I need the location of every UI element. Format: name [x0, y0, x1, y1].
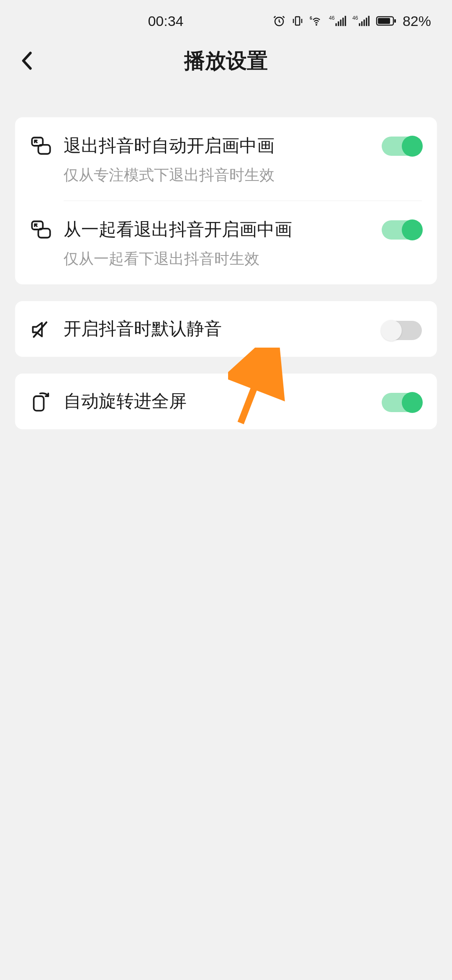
- svg-text:46: 46: [329, 15, 335, 21]
- setting-title: 开启抖音时默认静音: [64, 317, 370, 341]
- svg-rect-17: [378, 18, 390, 24]
- signal-2-icon: 46: [352, 15, 370, 27]
- setting-subtitle: 仅从一起看下退出抖音时生效: [64, 248, 370, 269]
- setting-title: 自动旋转进全屏: [64, 389, 370, 413]
- status-time: 00:34: [21, 13, 273, 29]
- header: 播放设置: [0, 38, 452, 84]
- settings-group-pip: 退出抖音时自动开启画中画 仅从专注模式下退出抖音时生效 从一起看退出抖音开启画中…: [15, 117, 437, 284]
- toggle-auto-rotate[interactable]: [382, 393, 422, 412]
- pip-icon: [30, 219, 52, 240]
- toggle-watch-together-pip[interactable]: [382, 220, 422, 240]
- alarm-icon: [273, 15, 285, 27]
- svg-rect-18: [394, 19, 396, 23]
- chevron-left-icon: [20, 51, 35, 70]
- svg-rect-12: [361, 21, 362, 26]
- svg-text:46: 46: [352, 15, 358, 21]
- svg-rect-8: [342, 18, 344, 26]
- back-button[interactable]: [17, 50, 38, 71]
- status-bar: 00:34 6 46: [0, 0, 452, 38]
- svg-rect-23: [34, 396, 44, 411]
- settings-content: 退出抖音时自动开启画中画 仅从专注模式下退出抖音时生效 从一起看退出抖音开启画中…: [0, 84, 452, 429]
- svg-text:6: 6: [310, 15, 312, 21]
- setting-subtitle: 仅从专注模式下退出抖音时生效: [64, 165, 370, 186]
- vibrate-icon: [291, 15, 304, 27]
- svg-rect-5: [335, 23, 336, 26]
- setting-title: 从一起看退出抖音开启画中画: [64, 218, 370, 242]
- svg-rect-1: [295, 17, 300, 25]
- rotate-icon: [30, 391, 52, 413]
- pip-icon: [30, 135, 52, 157]
- mute-icon: [30, 319, 52, 340]
- setting-row-exit-pip[interactable]: 退出抖音时自动开启画中画 仅从专注模式下退出抖音时生效: [30, 117, 422, 201]
- svg-rect-11: [359, 23, 360, 26]
- svg-rect-9: [345, 16, 346, 26]
- wifi-icon: 6: [310, 15, 323, 27]
- toggle-default-mute[interactable]: [382, 321, 422, 340]
- svg-rect-7: [340, 20, 341, 26]
- svg-rect-6: [338, 21, 339, 26]
- setting-row-auto-rotate[interactable]: 自动旋转进全屏: [30, 374, 422, 429]
- battery-icon: [376, 15, 397, 26]
- settings-group-mute: 开启抖音时默认静音: [15, 301, 437, 357]
- toggle-exit-pip[interactable]: [382, 137, 422, 156]
- battery-percent: 82%: [403, 13, 431, 29]
- setting-row-default-mute[interactable]: 开启抖音时默认静音: [30, 301, 422, 357]
- svg-point-3: [316, 24, 317, 26]
- settings-group-rotate: 自动旋转进全屏: [15, 374, 437, 429]
- svg-rect-15: [368, 16, 370, 26]
- signal-1-icon: 46: [329, 15, 347, 27]
- setting-row-watch-together-pip[interactable]: 从一起看退出抖音开启画中画 仅从一起看下退出抖音时生效: [30, 201, 422, 284]
- svg-rect-13: [363, 20, 365, 26]
- setting-title: 退出抖音时自动开启画中画: [64, 134, 370, 158]
- page-title: 播放设置: [184, 47, 268, 75]
- status-indicators: 6 46 46: [273, 13, 431, 29]
- svg-rect-14: [366, 18, 367, 26]
